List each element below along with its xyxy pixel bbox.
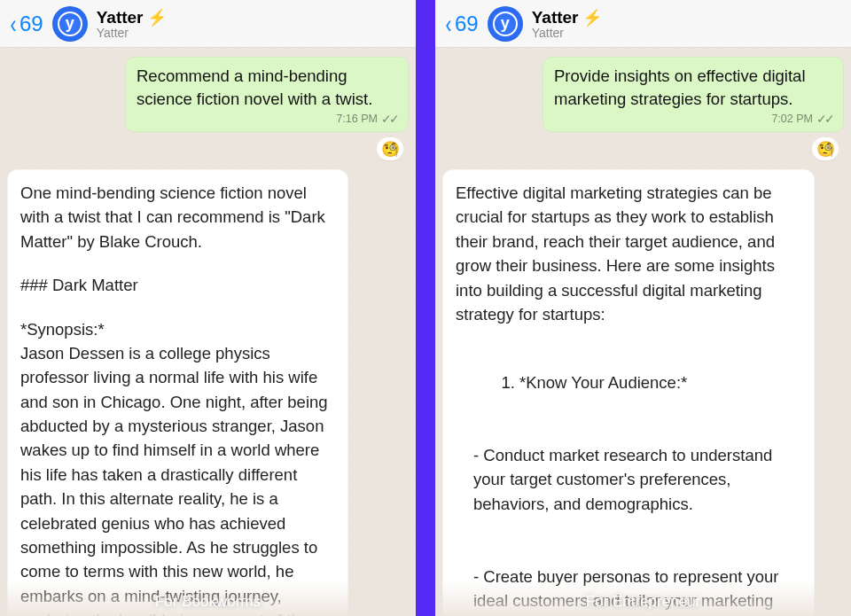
incoming-p2c: - Create buyer personas to represent you… [456,565,801,616]
outgoing-text: Provide insights on effective digital ma… [554,65,832,110]
back-count: 69 [455,12,479,36]
chat-header: ‹ 69 y Yatter ⚡ Yatter [0,0,416,48]
chat-area[interactable]: Provide insights on effective digital ma… [435,48,851,616]
chat-area[interactable]: Recommend a mind-bending science fiction… [0,48,416,616]
back-button[interactable]: ‹ 69 [444,11,479,37]
incoming-p2a: 1. *Know Your Audience:* [501,373,687,392]
back-button[interactable]: ‹ 69 [9,11,43,37]
avatar[interactable]: y [52,6,88,42]
read-ticks-icon: ✓✓ [381,112,397,126]
reaction-pill[interactable]: 🧐 [812,137,839,160]
outgoing-row: Recommend a mind-bending science fiction… [7,57,409,132]
title-block[interactable]: Yatter ⚡ Yatter [532,8,602,40]
reaction-pill[interactable]: 🧐 [377,137,403,160]
chevron-left-icon: ‹ [446,11,452,37]
chevron-left-icon: ‹ [11,11,17,37]
reaction-row: 🧐 [7,136,409,169]
incoming-p2: ### Dark Matter [20,273,335,297]
message-time: 7:16 PM [336,113,378,125]
outgoing-row: Provide insights on effective digital ma… [442,57,844,132]
message-meta: 7:02 PM ✓✓ [554,112,832,126]
avatar-letter: y [493,12,518,36]
back-count: 69 [20,12,43,36]
outgoing-bubble[interactable]: Recommend a mind-bending science fiction… [125,57,409,132]
bolt-icon: ⚡ [147,8,167,27]
incoming-row: One mind-bending science fiction novel w… [7,169,409,616]
bolt-icon: ⚡ [582,8,602,27]
read-ticks-icon: ✓✓ [816,112,832,126]
incoming-bubble[interactable]: One mind-bending science fiction novel w… [7,169,348,616]
reaction-row: 🧐 [442,136,844,169]
avatar-letter: y [58,12,82,36]
title-block[interactable]: Yatter ⚡ Yatter [97,8,167,40]
chat-title: Yatter [532,8,579,27]
incoming-p2b: - Conduct market research to understand … [456,443,801,516]
incoming-p4: Jason Dessen is a college physics profes… [20,344,328,616]
chat-subtitle: Yatter [532,26,602,40]
phone-right: ‹ 69 y Yatter ⚡ Yatter Provide insights … [435,0,851,616]
chat-subtitle: Yatter [97,26,167,40]
incoming-p1: Effective digital marketing strategies c… [456,181,801,326]
incoming-bubble[interactable]: Effective digital marketing strategies c… [442,169,815,616]
chat-title: Yatter [97,8,144,27]
chat-header: ‹ 69 y Yatter ⚡ Yatter [435,0,851,48]
message-meta: 7:16 PM ✓✓ [137,112,397,126]
phone-left: ‹ 69 y Yatter ⚡ Yatter Recommend a mind-… [0,0,416,616]
outgoing-text: Recommend a mind-bending science fiction… [137,65,397,110]
incoming-p1: One mind-bending science fiction novel w… [20,181,335,253]
incoming-p3: *Synopsis:* [20,320,105,339]
message-time: 7:02 PM [771,113,813,125]
reaction-emoji: 🧐 [381,140,400,159]
reaction-emoji: 🧐 [816,140,835,159]
incoming-row: Effective digital marketing strategies c… [442,169,844,616]
avatar[interactable]: y [488,6,523,42]
outgoing-bubble[interactable]: Provide insights on effective digital ma… [543,57,844,132]
